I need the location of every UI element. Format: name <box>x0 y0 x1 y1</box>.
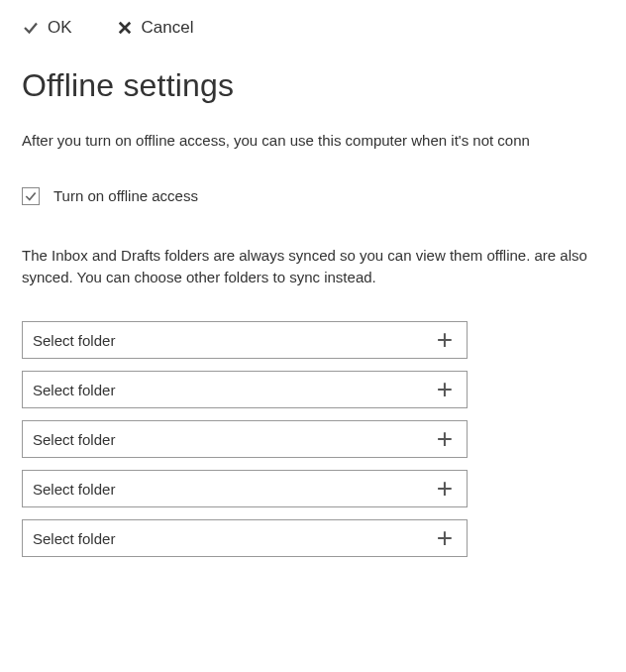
folder-selector-label: Select folder <box>33 382 115 398</box>
folder-selector-label: Select folder <box>33 530 115 547</box>
offline-access-row: Turn on offline access <box>22 187 604 205</box>
page-title: Offline settings <box>22 67 604 104</box>
intro-text: After you turn on offline access, you ca… <box>22 130 604 152</box>
folder-selector[interactable]: Select folder + <box>22 371 468 408</box>
plus-icon: + <box>437 376 457 403</box>
plus-icon: + <box>437 524 457 552</box>
plus-icon: + <box>437 425 457 453</box>
folder-selector[interactable]: Select folder + <box>22 519 468 557</box>
folder-selector-list: Select folder + Select folder + Select f… <box>22 321 604 557</box>
offline-access-checkbox[interactable] <box>22 187 40 205</box>
folder-selector[interactable]: Select folder + <box>22 420 468 458</box>
folder-selector-label: Select folder <box>33 481 115 498</box>
check-icon <box>22 19 40 37</box>
plus-icon: + <box>437 475 457 503</box>
cancel-button-label: Cancel <box>142 18 194 38</box>
sync-description: The Inbox and Drafts folders are always … <box>22 245 604 288</box>
toolbar: OK Cancel <box>22 18 604 38</box>
offline-access-label: Turn on offline access <box>53 187 198 204</box>
folder-selector-label: Select folder <box>33 332 115 349</box>
folder-selector[interactable]: Select folder + <box>22 470 468 507</box>
folder-selector[interactable]: Select folder + <box>22 321 468 359</box>
ok-button-label: OK <box>48 18 72 38</box>
plus-icon: + <box>437 326 457 354</box>
folder-selector-label: Select folder <box>33 431 115 448</box>
cancel-button[interactable]: Cancel <box>116 18 194 38</box>
close-icon <box>116 19 134 37</box>
ok-button[interactable]: OK <box>22 18 72 38</box>
